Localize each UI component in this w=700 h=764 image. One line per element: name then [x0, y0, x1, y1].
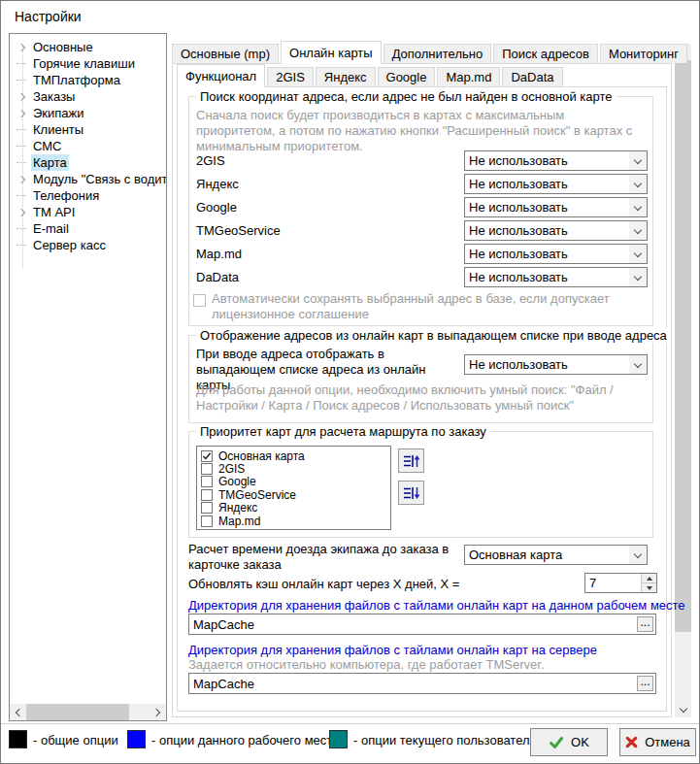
map-priority-list: Основная карта 2GIS Google TMGeoService …	[196, 446, 391, 530]
ok-button[interactable]: OK	[530, 728, 608, 756]
label-2gis: 2GIS	[196, 153, 225, 168]
cross-icon	[625, 736, 638, 748]
spin-down-button[interactable]	[642, 583, 656, 592]
yandex-checkbox[interactable]	[201, 502, 213, 514]
subtab-functional[interactable]: Функционал	[177, 64, 265, 87]
label-mapmd: Map.md	[196, 247, 242, 261]
list-item-main-map[interactable]: Основная карта	[201, 449, 386, 462]
title-bar: Настройки	[1, 1, 699, 32]
subtab-google[interactable]: Google	[378, 67, 436, 86]
tmgeoservice-checkbox[interactable]	[201, 489, 213, 501]
tab-additional[interactable]: Дополнительно	[383, 44, 492, 63]
chevron-right-icon[interactable]	[150, 704, 166, 720]
tab-online-maps[interactable]: Онлайн карты	[281, 41, 382, 64]
combo-mapmd[interactable]: Не использовать	[464, 244, 648, 264]
tree-horizontal-scrollbar[interactable]	[10, 704, 166, 720]
google-checkbox[interactable]	[201, 476, 213, 487]
combo-dadata[interactable]: Не использовать	[464, 267, 648, 287]
sidebar-item-hotkeys[interactable]: Горячие клавиши	[12, 55, 165, 72]
cancel-button[interactable]: Отмена	[619, 728, 696, 756]
browse-local-button[interactable]: ...	[637, 616, 653, 632]
expand-chevron-icon[interactable]	[12, 45, 31, 50]
combo-eta-map[interactable]: Основная карта	[464, 545, 648, 565]
sidebar-item-sms[interactable]: СМС	[12, 138, 165, 154]
dir-server-label: Директория для хранения файлов с тайлами…	[188, 643, 597, 657]
combo-2gis[interactable]: Не использовать	[464, 150, 648, 171]
cache-days-label: Обновлять кэш онлайн карт через X дней, …	[188, 577, 459, 591]
vertical-scrollbar[interactable]	[675, 44, 691, 717]
combo-tmgeoservice[interactable]: Не использовать	[464, 220, 648, 241]
list-item-google[interactable]: Google	[201, 476, 386, 488]
expand-chevron-icon[interactable]	[12, 111, 31, 116]
combo-dropdown-addresses[interactable]: Не использовать	[464, 354, 648, 375]
inner-tab-bar: Функционал 2GIS Яндекс Google Map.md DaD…	[177, 64, 563, 87]
move-up-icon	[403, 454, 420, 468]
sidebar-item-orders[interactable]: Заказы	[12, 88, 165, 105]
autosave-checkbox-label: Автоматически сохранять выбранный адрес …	[212, 291, 647, 322]
tab-monitoring[interactable]: Мониторинг	[600, 44, 687, 63]
label-tmgeoservice: TMGeoService	[196, 223, 281, 238]
label-dadata: DaData	[196, 270, 239, 284]
expand-chevron-icon[interactable]	[12, 94, 31, 100]
tab-address-search[interactable]: Поиск адресов	[493, 44, 598, 63]
move-down-button[interactable]	[398, 481, 424, 505]
sidebar-item-driver-link-module[interactable]: Модуль "Связь с водителя	[12, 171, 165, 187]
move-up-button[interactable]	[398, 448, 424, 473]
sidebar-item-tm-api[interactable]: ТМ API	[12, 204, 165, 220]
dotted-connector-icon	[12, 195, 31, 196]
expand-chevron-icon[interactable]	[12, 210, 31, 216]
dir-local-input[interactable]	[188, 614, 656, 635]
sidebar-item-general[interactable]: Основные	[12, 39, 165, 55]
outer-tab-bar: Основные (mp) Онлайн карты Дополнительно…	[172, 41, 687, 64]
chevron-left-icon[interactable]	[10, 704, 26, 720]
main-map-checkbox[interactable]	[201, 450, 213, 462]
expand-chevron-icon[interactable]	[12, 177, 31, 183]
spin-up-button[interactable]	[642, 574, 656, 583]
list-item-2gis[interactable]: 2GIS	[201, 462, 386, 475]
sidebar-item-map[interactable]: Карта	[12, 154, 165, 171]
chevron-down-icon	[629, 221, 647, 240]
list-item-tmgeoservice[interactable]: TMGeoService	[201, 488, 386, 501]
group-title: Поиск координат адреса, если адрес не бы…	[196, 89, 617, 104]
sidebar-item-clients[interactable]: Клиенты	[12, 121, 165, 138]
coordinate-search-note: Сначала поиск будет производиться в карт…	[196, 108, 647, 154]
dotted-connector-icon	[12, 146, 31, 147]
subtab-dadata[interactable]: DaData	[502, 67, 562, 86]
cache-days-stepper[interactable]: 7	[584, 573, 657, 593]
scrollbar-thumb[interactable]	[26, 704, 129, 720]
subtab-mapmd[interactable]: Map.md	[437, 67, 500, 86]
dir-server-input[interactable]	[188, 673, 656, 694]
legend-label-user: - опции текущего пользователя	[353, 733, 537, 747]
check-icon	[549, 736, 564, 749]
scrollbar-thumb[interactable]	[675, 60, 691, 632]
dotted-connector-icon	[12, 162, 31, 163]
group-title: Отображение адресов из онлайн карт в вып…	[196, 328, 671, 343]
combo-google[interactable]: Не использовать	[464, 197, 648, 217]
chevron-down-icon	[629, 268, 647, 286]
chevron-down-icon	[629, 151, 647, 170]
group-title: Приоритет карт для расчета маршрута по з…	[196, 424, 490, 439]
sidebar-item-cash-server[interactable]: Сервер касс	[12, 237, 165, 253]
list-item-yandex[interactable]: Яндекс	[201, 502, 386, 515]
browse-server-button[interactable]: ...	[637, 676, 653, 691]
label-yandex: Яндекс	[196, 177, 239, 191]
dotted-connector-icon	[12, 129, 31, 130]
triangle-down-icon	[647, 586, 652, 590]
combo-yandex[interactable]: Не использовать	[464, 174, 648, 194]
2gis-checkbox[interactable]	[201, 463, 213, 475]
eta-label: Расчет времени доезда экипажа до заказа …	[188, 542, 462, 573]
sidebar-item-telephony[interactable]: Телефония	[12, 187, 165, 204]
settings-tree: Основные Горячие клавиши ТМПлатформа Зак…	[9, 33, 167, 721]
subtab-2gis[interactable]: 2GIS	[267, 67, 314, 86]
chevron-down-icon[interactable]	[675, 701, 691, 717]
list-item-mapmd[interactable]: Map.md	[201, 515, 386, 527]
sidebar-item-tmplatform[interactable]: ТМПлатформа	[12, 72, 165, 88]
sidebar-item-crews[interactable]: Экипажи	[12, 105, 165, 121]
sidebar-item-email[interactable]: E-mail	[12, 220, 165, 237]
subtab-yandex[interactable]: Яндекс	[316, 67, 376, 86]
tab-main-mp[interactable]: Основные (mp)	[172, 44, 279, 63]
move-down-icon	[403, 486, 420, 500]
mapmd-checkbox[interactable]	[201, 515, 213, 527]
legend-label-workstation: - опции данного рабочего места	[151, 733, 339, 747]
settings-window: Настройки Основные Горячие клавиши ТМПла…	[0, 0, 700, 764]
